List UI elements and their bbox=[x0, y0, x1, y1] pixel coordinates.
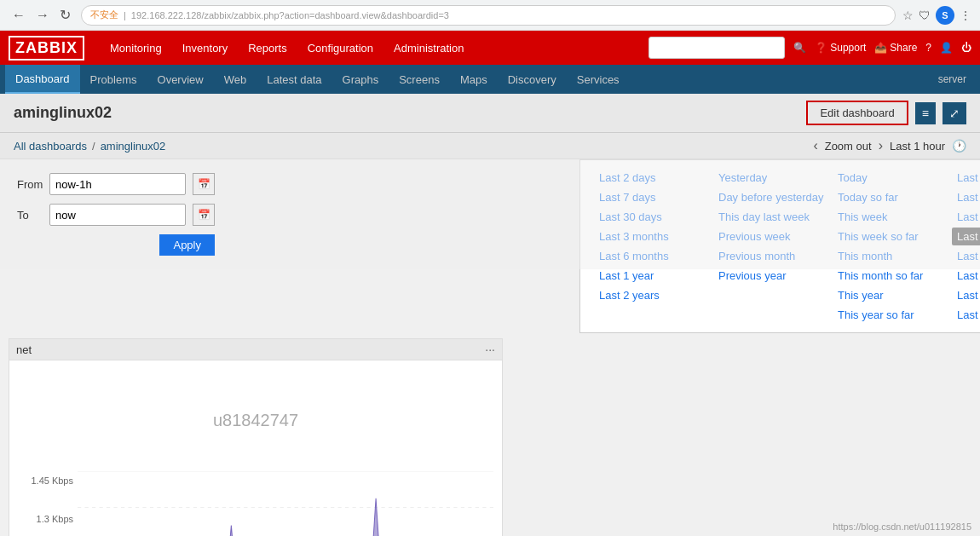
time-link-thisyearsofar[interactable]: This year so far bbox=[833, 306, 952, 324]
prev-period-button[interactable]: ‹ bbox=[813, 138, 817, 153]
nav-server-label: server bbox=[930, 65, 975, 94]
url-separator: | bbox=[124, 10, 126, 20]
nav-configuration[interactable]: Configuration bbox=[299, 38, 382, 58]
widget-area: net ··· u81842747 1.45 Kbps 1.3 Kbps 1.1… bbox=[9, 338, 971, 536]
nav-reports[interactable]: Reports bbox=[239, 38, 296, 58]
clock-icon: 🕐 bbox=[952, 139, 966, 153]
breadcrumb-current[interactable]: aminglinux02 bbox=[101, 140, 166, 153]
page-header: aminglinux02 Edit dashboard ≡ ⤢ bbox=[0, 94, 980, 133]
help-button[interactable]: ? bbox=[925, 42, 931, 54]
chart-svg bbox=[78, 471, 493, 536]
breadcrumb-separator: / bbox=[92, 140, 95, 153]
search-input[interactable] bbox=[649, 37, 785, 59]
app-nav: Monitoring Inventory Reports Configurati… bbox=[101, 38, 472, 58]
nav-latest-data[interactable]: Latest data bbox=[257, 65, 331, 94]
nav-web[interactable]: Web bbox=[214, 65, 257, 94]
from-input[interactable] bbox=[49, 173, 186, 195]
y-label-0: 1.45 Kbps bbox=[18, 475, 73, 486]
user-menu-button[interactable]: 👤 bbox=[940, 42, 953, 54]
page-header-right: Edit dashboard ≡ ⤢ bbox=[806, 101, 966, 125]
nav-discovery[interactable]: Discovery bbox=[498, 65, 567, 94]
browser-bar: ← → ↻ 不安全 | 192.168.222.128/zabbix/zabbi… bbox=[0, 0, 980, 31]
last-period-label: Last 1 hour bbox=[890, 140, 945, 153]
nav-maps[interactable]: Maps bbox=[450, 65, 498, 94]
chart-y-labels: 1.45 Kbps 1.3 Kbps 1.16 Kbps 1.02 Kbps 8… bbox=[18, 471, 78, 536]
widget-menu-button[interactable]: ··· bbox=[485, 343, 495, 356]
to-label: To bbox=[17, 209, 43, 222]
nav-bar: Dashboard Problems Overview Web Latest d… bbox=[0, 65, 980, 94]
main-content: From 📅 To 📅 Apply Last 2 days Last 7 day… bbox=[0, 159, 980, 536]
nav-inventory[interactable]: Inventory bbox=[174, 38, 236, 58]
power-button[interactable]: ⏻ bbox=[961, 42, 971, 54]
browser-nav: ← → ↻ bbox=[9, 5, 74, 25]
time-link-previousyear[interactable]: Previous year bbox=[713, 267, 833, 285]
nav-administration[interactable]: Administration bbox=[385, 38, 472, 58]
breadcrumb-bar: All dashboards / aminglinux02 ‹ Zoom out… bbox=[0, 133, 980, 159]
edit-dashboard-button[interactable]: Edit dashboard bbox=[806, 101, 908, 125]
nav-problems[interactable]: Problems bbox=[80, 65, 147, 94]
zoom-out-label: Zoom out bbox=[825, 140, 872, 153]
nav-dashboard[interactable]: Dashboard bbox=[5, 65, 80, 94]
browser-icons: ☆ 🛡 S ⋮ bbox=[902, 6, 971, 25]
user-icon-header: 👤 bbox=[940, 42, 953, 54]
y-label-1: 1.3 Kbps bbox=[18, 514, 73, 524]
app-header-right: 🔍 ❓ Support 📤 Share ? 👤 ⏻ bbox=[649, 37, 971, 59]
bookmark-button[interactable]: ☆ bbox=[902, 9, 914, 22]
share-button[interactable]: 📤 Share bbox=[874, 42, 917, 54]
next-period-button[interactable]: › bbox=[879, 138, 883, 153]
logo-z: Z bbox=[15, 39, 26, 56]
nav-monitoring[interactable]: Monitoring bbox=[101, 38, 170, 58]
widget-center-text: u81842747 bbox=[18, 369, 493, 471]
page-title: aminglinux02 bbox=[14, 104, 112, 122]
url-text: 192.168.222.128/zabbix/zabbix.php?action… bbox=[131, 10, 449, 20]
to-field-row: To 📅 bbox=[17, 204, 215, 226]
nav-overview[interactable]: Overview bbox=[147, 65, 214, 94]
extension-button[interactable]: 🛡 bbox=[919, 9, 931, 22]
to-input[interactable] bbox=[49, 204, 186, 226]
logo-text: ABBIX bbox=[26, 39, 78, 56]
zabbix-logo: ZABBIX bbox=[9, 36, 84, 61]
expand-icon-button[interactable]: ⤢ bbox=[943, 102, 966, 124]
list-icon-button[interactable]: ≡ bbox=[915, 102, 936, 124]
time-link-thismonsofar[interactable]: This month so far bbox=[833, 267, 952, 285]
time-picker-overlay: From 📅 To 📅 Apply bbox=[0, 159, 980, 269]
widget-net: net ··· u81842747 1.45 Kbps 1.3 Kbps 1.1… bbox=[9, 338, 503, 536]
chart-container: 1.45 Kbps 1.3 Kbps 1.16 Kbps 1.02 Kbps 8… bbox=[18, 471, 493, 536]
nav-graphs[interactable]: Graphs bbox=[332, 65, 389, 94]
breadcrumb-all-dashboards[interactable]: All dashboards bbox=[14, 140, 87, 153]
browser-menu-button[interactable]: ⋮ bbox=[960, 9, 971, 22]
time-picker-left: From 📅 To 📅 Apply bbox=[0, 159, 232, 269]
breadcrumb-right: ‹ Zoom out › Last 1 hour 🕐 bbox=[813, 138, 966, 153]
svg-marker-6 bbox=[78, 499, 493, 536]
url-bar[interactable]: 不安全 | 192.168.222.128/zabbix/zabbix.php?… bbox=[81, 5, 896, 26]
support-icon: ❓ bbox=[815, 42, 827, 54]
widget-content: u81842747 1.45 Kbps 1.3 Kbps 1.16 Kbps 1… bbox=[9, 360, 502, 536]
watermark: https://blog.csdn.net/u011192815 bbox=[833, 522, 971, 532]
search-button[interactable]: 🔍 bbox=[793, 42, 806, 54]
time-link-last6hours[interactable]: Last 6 hours bbox=[952, 267, 980, 285]
security-label: 不安全 bbox=[90, 9, 118, 21]
time-link-last2years[interactable]: Last 2 years bbox=[594, 286, 713, 304]
browser-profile[interactable]: S bbox=[936, 6, 954, 25]
widget-header: net ··· bbox=[9, 339, 502, 360]
to-calendar-button[interactable]: 📅 bbox=[193, 204, 215, 226]
nav-services[interactable]: Services bbox=[567, 65, 630, 94]
from-calendar-button[interactable]: 📅 bbox=[193, 173, 215, 195]
widget-title: net bbox=[16, 343, 32, 356]
time-link-thisyear[interactable]: This year bbox=[833, 286, 952, 304]
share-icon: 📤 bbox=[874, 42, 887, 54]
refresh-button[interactable]: ↻ bbox=[56, 5, 74, 25]
time-link-last12hours[interactable]: Last 12 hours bbox=[952, 286, 980, 304]
forward-button[interactable]: → bbox=[32, 5, 53, 25]
back-button[interactable]: ← bbox=[9, 5, 29, 25]
nav-screens[interactable]: Screens bbox=[389, 65, 450, 94]
support-button[interactable]: ❓ Support bbox=[815, 42, 866, 54]
time-link-last1day[interactable]: Last 1 day bbox=[952, 306, 980, 324]
from-label: From bbox=[17, 178, 43, 191]
breadcrumb: All dashboards / aminglinux02 bbox=[14, 140, 165, 153]
time-link-last1year[interactable]: Last 1 year bbox=[594, 267, 713, 285]
app-header: ZABBIX Monitoring Inventory Reports Conf… bbox=[0, 31, 980, 65]
apply-button[interactable]: Apply bbox=[159, 234, 215, 256]
from-field-row: From 📅 bbox=[17, 173, 215, 195]
